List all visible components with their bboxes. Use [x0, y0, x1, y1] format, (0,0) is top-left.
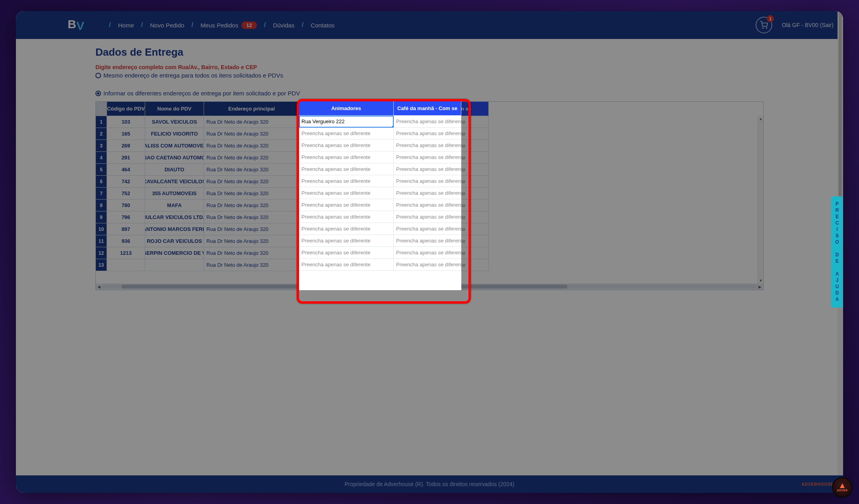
cell-endereco[interactable]: Rua Dr Neto de Araujo 320 — [204, 128, 299, 140]
col-header-animadores[interactable]: Animadores — [299, 101, 394, 116]
cell-animadores-input[interactable]: Preencha apenas se diferente — [299, 175, 394, 187]
row-number[interactable]: 7 — [96, 188, 107, 200]
cell-cafe-input[interactable]: Preencha apenas se diferente — [394, 163, 461, 175]
cell-endereco[interactable]: Rua Dr Neto de Araujo 320 — [204, 140, 299, 152]
cell-endereco[interactable]: Rua Dr Neto de Araujo 320 — [204, 235, 299, 247]
grid-vertical-scrollbar[interactable]: ▲ ▼ — [758, 116, 763, 283]
row-number[interactable]: 9 — [96, 211, 107, 223]
radio-diff-address[interactable]: Informar os diferentes endereços de entr… — [95, 90, 764, 97]
cell-animadores-input[interactable]: Preencha apenas se diferente — [299, 140, 394, 151]
cell-endereco[interactable]: Rua Dr Neto de Araujo 320 — [204, 176, 299, 188]
scroll-up-icon[interactable]: ▲ — [758, 116, 764, 122]
cell-nome[interactable]: ALISS COM AUTOMOVEI — [145, 140, 204, 152]
cell-endereco[interactable]: Rua Dr Neto de Araujo 320 — [204, 200, 299, 211]
cell-codigo[interactable]: 752 — [107, 188, 145, 200]
cell-endereco[interactable]: Rua Dr Neto de Araujo 320 — [204, 223, 299, 235]
nav-meus-pedidos[interactable]: Meus Pedidos 12 — [200, 21, 257, 29]
help-tab[interactable]: PRECISO DE AJUDA — [831, 196, 843, 308]
radio-same-address[interactable]: Mesmo endereço de entrega para todos os … — [95, 72, 764, 79]
cell-nome[interactable]: SAO CAETANO AUTOMO — [145, 152, 204, 164]
cell-nome[interactable]: FELICIO VIGORITO — [145, 128, 204, 140]
cell-nome[interactable]: SERPIN COMERCIO DE V — [145, 247, 204, 259]
cell-animadores-input[interactable]: Preencha apenas se diferente — [299, 128, 394, 140]
row-number[interactable]: 3 — [96, 140, 107, 152]
cell-endereco[interactable]: Rua Dr Neto de Araujo 320 — [204, 188, 299, 200]
col-header-endereco[interactable]: Endereço principal — [204, 102, 299, 116]
cell-cafe-input[interactable]: Preencha apenas se diferente — [394, 247, 461, 259]
cell-codigo[interactable]: 796 — [107, 211, 145, 223]
cell-endereco[interactable]: Rua Dr Neto de Araujo 320 — [204, 152, 299, 164]
scroll-right-icon[interactable]: ▶ — [757, 283, 763, 290]
cell-animadores-input[interactable]: Preencha apenas se diferente — [299, 223, 394, 235]
cell-codigo[interactable]: 936 — [107, 235, 145, 247]
cell-cafe-input[interactable]: Preencha apenas se diferente — [394, 259, 461, 271]
cell-codigo[interactable] — [107, 259, 145, 271]
cell-nome[interactable]: CAVALCANTE VEICULOS — [145, 176, 204, 188]
logo[interactable]: B V — [68, 16, 91, 34]
cell-animadores-input[interactable]: Preencha apenas se diferente — [299, 235, 394, 247]
cell-nome[interactable]: DIAUTO — [145, 164, 204, 176]
cell-cafe-input[interactable]: Preencha apenas se diferente — [394, 223, 461, 235]
row-number[interactable]: 4 — [96, 152, 107, 164]
cell-animadores-input[interactable]: Preencha apenas se diferente — [299, 259, 394, 271]
row-number[interactable]: 6 — [96, 176, 107, 188]
cell-cafe-input[interactable]: Preencha apenas se diferente — [394, 116, 461, 128]
col-header-codigo[interactable]: Código do PDV — [107, 102, 145, 116]
user-greeting[interactable]: Olá GF - BV00 (Sair) — [782, 22, 834, 28]
cell-cafe-input[interactable]: Preencha apenas se diferente — [394, 199, 461, 211]
cell-nome[interactable]: 355 AUTOMOVEIS — [145, 188, 204, 200]
nav-novo-pedido[interactable]: Novo Pedido — [150, 22, 184, 29]
cell-nome[interactable]: SAVOL VEICULOS — [145, 116, 204, 128]
col-header-nome[interactable]: Nome do PDV — [145, 102, 204, 116]
cell-endereco[interactable]: Rua Dr Neto de Araujo 320 — [204, 164, 299, 176]
cell-cafe-input[interactable]: Preencha apenas se diferente — [394, 187, 461, 199]
cell-animadores-input[interactable]: Preencha apenas se diferente — [299, 151, 394, 163]
row-number[interactable]: 8 — [96, 200, 107, 211]
nav-duvidas[interactable]: Dúvidas — [273, 22, 294, 29]
row-number[interactable]: 2 — [96, 128, 107, 140]
cell-cafe-input[interactable]: Preencha apenas se diferente — [394, 211, 461, 223]
row-number[interactable]: 1 — [96, 116, 107, 128]
row-number[interactable]: 10 — [96, 223, 107, 235]
cell-animadores-input[interactable]: Preencha apenas se diferente — [299, 247, 394, 259]
cell-cafe-input[interactable]: Preencha apenas se diferente — [394, 175, 461, 187]
cell-nome[interactable] — [145, 259, 204, 271]
cell-animadores-input[interactable]: Rua Vergueiro 222 — [299, 116, 394, 128]
col-header-cafe[interactable]: Café da manhã - Com se — [394, 101, 461, 116]
cell-codigo[interactable]: 1213 — [107, 247, 145, 259]
cell-animadores-input[interactable]: Preencha apenas se diferente — [299, 199, 394, 211]
nav-contatos[interactable]: Contatos — [311, 22, 334, 29]
cell-nome[interactable]: MAFA — [145, 200, 204, 211]
cart-button[interactable]: 1 — [756, 17, 772, 33]
cell-endereco[interactable]: Rua Dr Neto de Araujo 320 — [204, 247, 299, 259]
cell-nome[interactable]: HULCAR VEICULOS LTDA — [145, 211, 204, 223]
cell-nome[interactable]: ANTONIO MARCOS FERR — [145, 223, 204, 235]
cell-codigo[interactable]: 103 — [107, 116, 145, 128]
cell-codigo[interactable]: 742 — [107, 176, 145, 188]
row-number[interactable]: 11 — [96, 235, 107, 247]
cell-codigo[interactable]: 165 — [107, 128, 145, 140]
cell-cafe-input[interactable]: Preencha apenas se diferente — [394, 151, 461, 163]
cell-animadores-input[interactable]: Preencha apenas se diferente — [299, 211, 394, 223]
cell-animadores-input[interactable]: Preencha apenas se diferente — [299, 163, 394, 175]
cell-codigo[interactable]: 897 — [107, 223, 145, 235]
row-number[interactable]: 12 — [96, 247, 107, 259]
cell-nome[interactable]: ROJO CAR VEICULOS — [145, 235, 204, 247]
scroll-down-icon[interactable]: ▼ — [758, 278, 764, 283]
cell-cafe-input[interactable]: Preencha apenas se diferente — [394, 128, 461, 140]
cell-animadores-input[interactable]: Preencha apenas se diferente — [299, 187, 394, 199]
cell-cafe-input[interactable]: Preencha apenas se diferente — [394, 235, 461, 247]
brand-badge[interactable]: ADVER — [832, 477, 853, 498]
row-number[interactable]: 13 — [96, 259, 107, 271]
cell-endereco[interactable]: Rua Dr Neto de Araujo 320 — [204, 116, 299, 128]
row-number[interactable]: 5 — [96, 164, 107, 176]
cell-codigo[interactable]: 291 — [107, 152, 145, 164]
cell-endereco[interactable]: Rua Dr Neto de Araujo 320 — [204, 211, 299, 223]
cell-codigo[interactable]: 269 — [107, 140, 145, 152]
cell-endereco[interactable]: Rua Dr Neto de Araujo 320 — [204, 259, 299, 271]
scroll-left-icon[interactable]: ◀ — [96, 283, 102, 290]
nav-home[interactable]: Home — [118, 22, 134, 29]
cell-codigo[interactable]: 780 — [107, 200, 145, 211]
cell-cafe-input[interactable]: Preencha apenas se diferente — [394, 140, 461, 151]
cell-codigo[interactable]: 464 — [107, 164, 145, 176]
